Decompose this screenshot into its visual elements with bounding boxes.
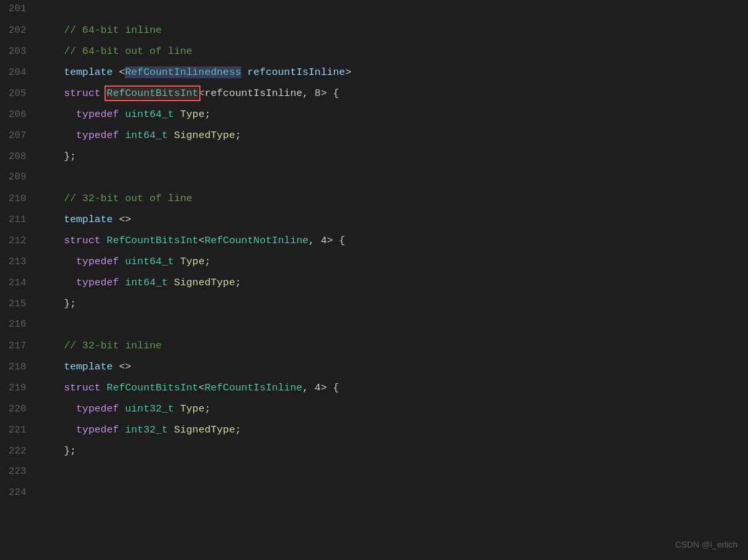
line-number: 220 [0, 400, 39, 417]
line-content: template <RefCountInlinedness refcountIs… [39, 63, 748, 81]
code-line: 218 template <> [0, 358, 748, 379]
code-line: 213 typedef uint64_t Type; [0, 252, 748, 273]
code-line: 224 [0, 484, 748, 505]
line-number: 212 [0, 232, 39, 249]
code-editor: 201202 // 64-bit inline203 // 64-bit out… [0, 0, 748, 505]
code-line: 203 // 64-bit out of line [0, 42, 748, 63]
line-number: 208 [0, 148, 39, 165]
line-number: 205 [0, 85, 39, 102]
line-content: }; [39, 147, 748, 165]
code-line: 201 [0, 0, 748, 21]
code-line: 212 struct RefCountBitsInt<RefCountNotIn… [0, 231, 748, 252]
line-content: struct RefCountBitsInt<RefCountNotInline… [39, 231, 748, 249]
code-line: 209 [0, 168, 748, 189]
line-content [39, 473, 748, 474]
line-number: 222 [0, 442, 39, 459]
line-number: 213 [0, 253, 39, 270]
code-line: 202 // 64-bit inline [0, 21, 748, 42]
code-line: 204 template <RefCountInlinedness refcou… [0, 63, 748, 84]
line-content: }; [39, 294, 748, 312]
line-content: typedef int64_t SignedType; [39, 126, 748, 144]
line-number: 209 [0, 168, 39, 185]
line-content [39, 325, 748, 327]
line-number: 214 [0, 274, 39, 291]
code-line: 222 }; [0, 442, 748, 463]
code-line: 217 // 32-bit inline [0, 337, 748, 358]
line-number: 223 [0, 463, 39, 480]
line-content [39, 10, 748, 11]
line-number: 211 [0, 211, 39, 228]
code-line: 210 // 32-bit out of line [0, 189, 748, 210]
code-line: 214 typedef int64_t SignedType; [0, 273, 748, 294]
code-line: 208 }; [0, 147, 748, 168]
line-content: struct RefCountBitsInt<refcountIsInline,… [39, 84, 748, 102]
line-content: template <> [39, 210, 748, 228]
line-number: 210 [0, 190, 39, 207]
line-number: 215 [0, 295, 39, 312]
line-content: // 32-bit out of line [39, 189, 748, 207]
line-number: 202 [0, 22, 39, 39]
code-line: 211 template <> [0, 210, 748, 231]
line-number: 221 [0, 421, 39, 438]
line-content: typedef uint64_t Type; [39, 252, 748, 270]
line-content: // 64-bit inline [39, 21, 748, 39]
code-line: 219 struct RefCountBitsInt<RefCountIsInl… [0, 379, 748, 400]
line-content: typedef int64_t SignedType; [39, 273, 748, 291]
line-number: 207 [0, 127, 39, 144]
line-number: 217 [0, 337, 39, 354]
line-content [39, 494, 748, 495]
code-line: 223 [0, 463, 748, 484]
line-content: typedef uint32_t Type; [39, 400, 748, 417]
code-line: 207 typedef int64_t SignedType; [0, 126, 748, 147]
code-line: 205 struct RefCountBitsInt<refcountIsInl… [0, 84, 748, 105]
line-content: struct RefCountBitsInt<RefCountIsInline,… [39, 379, 748, 396]
line-number: 224 [0, 484, 39, 501]
line-number: 219 [0, 379, 39, 396]
line-content: // 64-bit out of line [39, 42, 748, 60]
line-number: 216 [0, 315, 39, 333]
line-content: typedef int32_t SignedType; [39, 421, 748, 438]
line-number: 203 [0, 43, 39, 60]
line-content: typedef uint64_t Type; [39, 105, 748, 123]
line-content: template <> [39, 358, 748, 375]
code-line: 215 }; [0, 294, 748, 315]
code-line: 206 typedef uint64_t Type; [0, 105, 748, 126]
line-number: 218 [0, 358, 39, 375]
line-number: 201 [0, 0, 39, 17]
line-content [39, 178, 748, 179]
watermark: CSDN @i_erlich [675, 538, 737, 552]
code-line: 220 typedef uint32_t Type; [0, 400, 748, 421]
line-number: 204 [0, 64, 39, 81]
line-number: 206 [0, 106, 39, 123]
line-content: // 32-bit inline [39, 337, 748, 354]
code-line: 216 [0, 315, 748, 337]
line-content: }; [39, 442, 748, 459]
code-line: 221 typedef int32_t SignedType; [0, 421, 748, 442]
